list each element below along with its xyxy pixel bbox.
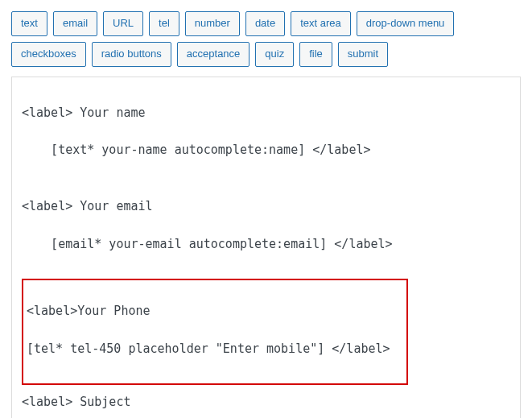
editor-line: <label> Your name	[22, 104, 510, 122]
tag-tel-button[interactable]: tel	[149, 11, 179, 36]
tag-quiz-button[interactable]: quiz	[255, 42, 294, 67]
editor-line: [tel* tel-450 placeholder "Enter mobile"…	[27, 340, 402, 358]
tag-textarea-button[interactable]: text area	[291, 11, 351, 36]
tag-dropdown-button[interactable]: drop-down menu	[357, 11, 455, 36]
tag-acceptance-button[interactable]: acceptance	[177, 42, 250, 67]
editor-line: [email* your-email autocomplete:email] <…	[22, 235, 510, 254]
editor-line: <label> Your email	[22, 197, 510, 216]
tag-email-button[interactable]: email	[53, 11, 97, 36]
tag-url-button[interactable]: URL	[103, 11, 143, 36]
editor-line: [text* your-name autocomplete:name] </la…	[22, 141, 510, 159]
tag-date-button[interactable]: date	[245, 11, 285, 36]
tag-file-button[interactable]: file	[299, 42, 332, 67]
tag-checkboxes-button[interactable]: checkboxes	[11, 42, 86, 67]
editor-line: <label>Your Phone	[27, 302, 402, 321]
form-template-editor[interactable]: <label> Your name [text* your-name autoc…	[11, 77, 521, 418]
editor-line: <label> Subject	[22, 393, 510, 412]
form-tag-toolbar: text email URL tel number date text area…	[11, 11, 521, 67]
highlight-annotation: <label>Your Phone [tel* tel-450 placehol…	[22, 279, 408, 385]
tag-submit-button[interactable]: submit	[338, 42, 388, 67]
tag-text-button[interactable]: text	[11, 11, 47, 36]
tag-radio-button[interactable]: radio buttons	[92, 42, 171, 67]
tag-number-button[interactable]: number	[185, 11, 240, 36]
